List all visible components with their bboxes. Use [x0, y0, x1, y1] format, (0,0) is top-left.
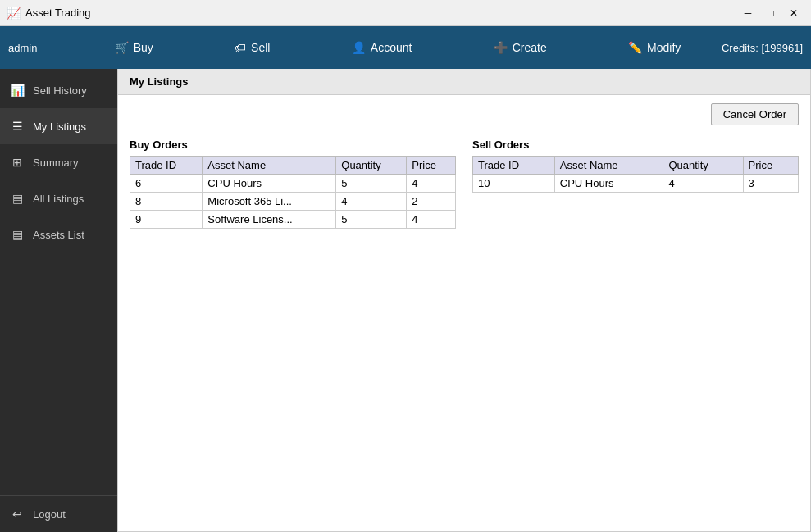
sidebar-label-assets-list: Assets List [33, 229, 84, 241]
plus-circle-icon: ➕ [494, 41, 508, 54]
cell-price: 4 [407, 211, 456, 229]
cell-price: 2 [407, 193, 456, 211]
table-row[interactable]: 9 Software Licens... 5 4 [130, 211, 456, 229]
cell-quantity: 5 [336, 175, 407, 193]
window-controls: ─ □ ✕ [737, 5, 804, 21]
cell-asset-name: CPU Hours [203, 175, 336, 193]
cell-trade-id: 6 [130, 175, 203, 193]
cell-price: 3 [743, 175, 798, 193]
tag-icon: 🏷 [235, 41, 246, 54]
sidebar-item-all-listings[interactable]: ▤ All Listings [0, 180, 117, 216]
nav-create[interactable]: ➕ Create [484, 36, 557, 59]
close-button[interactable]: ✕ [783, 5, 804, 21]
buy-orders-title: Buy Orders [130, 139, 456, 151]
logout-label: Logout [33, 508, 66, 521]
title-bar: 📈 Asset Trading ─ □ ✕ [0, 0, 811, 26]
app-icon: 📈 [7, 7, 21, 20]
sidebar-item-assets-list[interactable]: ▤ Assets List [0, 216, 117, 252]
list-icon: ☰ [10, 120, 25, 133]
cell-asset-name: Software Licens... [203, 211, 336, 229]
logout-button[interactable]: ↩ Logout [0, 495, 117, 532]
minimize-button[interactable]: ─ [737, 5, 759, 21]
nav-buy[interactable]: 🛒 Buy [105, 36, 163, 59]
cell-asset-name: CPU Hours [554, 175, 663, 193]
buy-col-trade-id: Trade ID [130, 157, 203, 175]
table-row[interactable]: 8 Microsoft 365 Li... 4 2 [130, 193, 456, 211]
cell-trade-id: 10 [473, 175, 555, 193]
cell-quantity: 4 [336, 193, 407, 211]
nav-modify[interactable]: ✏️ Modify [618, 36, 690, 59]
sell-col-trade-id: Trade ID [473, 157, 555, 175]
sidebar-label-sell-history: Sell History [33, 84, 87, 97]
admin-label: admin [8, 42, 57, 54]
nav-modify-label: Modify [647, 41, 681, 54]
sell-orders-section: Sell Orders Trade ID Asset Name Quantity… [472, 139, 799, 229]
app-body: 📊 Sell History ☰ My Listings ⊞ Summary ▤… [0, 69, 811, 532]
cell-quantity: 5 [336, 211, 407, 229]
maximize-button[interactable]: □ [760, 5, 781, 21]
nav-buy-label: Buy [134, 41, 153, 54]
sell-col-quantity: Quantity [663, 157, 743, 175]
sidebar-item-my-listings[interactable]: ☰ My Listings [0, 108, 117, 144]
page-title: My Listings [118, 69, 810, 95]
table-icon: ▤ [10, 192, 25, 205]
buy-orders-table: Trade ID Asset Name Quantity Price 6 CPU… [130, 156, 456, 229]
nav-sell-label: Sell [251, 41, 270, 54]
content-area: Cancel Order Buy Orders Trade ID Asset N… [118, 95, 810, 531]
sell-col-asset-name: Asset Name [554, 157, 663, 175]
sell-col-price: Price [743, 157, 798, 175]
sell-orders-table: Trade ID Asset Name Quantity Price 10 CP… [472, 156, 799, 193]
sidebar: 📊 Sell History ☰ My Listings ⊞ Summary ▤… [0, 69, 117, 532]
sell-orders-title: Sell Orders [472, 139, 799, 151]
sidebar-label-summary: Summary [33, 157, 79, 169]
bar-chart-icon: 📊 [10, 84, 25, 97]
cancel-order-button[interactable]: Cancel Order [711, 103, 799, 125]
account-icon: 👤 [352, 41, 366, 54]
credits-display: Credits: [199961] [722, 42, 803, 54]
nav-create-label: Create [513, 41, 547, 54]
sidebar-item-summary[interactable]: ⊞ Summary [0, 144, 117, 180]
sidebar-item-sell-history[interactable]: 📊 Sell History [0, 72, 117, 108]
table-row[interactable]: 10 CPU Hours 4 3 [473, 175, 799, 193]
cell-trade-id: 9 [130, 211, 203, 229]
cancel-btn-row: Cancel Order [130, 103, 799, 125]
sidebar-label-my-listings: My Listings [33, 120, 86, 133]
assets-icon: ▤ [10, 228, 25, 241]
logout-icon: ↩ [10, 507, 25, 521]
cell-trade-id: 8 [130, 193, 203, 211]
cell-quantity: 4 [663, 175, 743, 193]
tables-row: Buy Orders Trade ID Asset Name Quantity … [130, 139, 799, 229]
cell-price: 4 [407, 175, 456, 193]
nav-account-label: Account [371, 41, 412, 54]
buy-orders-section: Buy Orders Trade ID Asset Name Quantity … [130, 139, 456, 229]
cart-icon: 🛒 [115, 41, 129, 54]
nav-menu: 🛒 Buy 🏷 Sell 👤 Account ➕ Create ✏️ Modif… [74, 36, 722, 59]
nav-sell[interactable]: 🏷 Sell [225, 36, 280, 59]
sidebar-label-all-listings: All Listings [33, 193, 84, 205]
top-nav: admin 🛒 Buy 🏷 Sell 👤 Account ➕ Create ✏️… [0, 26, 811, 69]
buy-orders-header-row: Trade ID Asset Name Quantity Price [130, 157, 456, 175]
buy-col-quantity: Quantity [336, 157, 407, 175]
grid-icon: ⊞ [10, 156, 25, 169]
table-row[interactable]: 6 CPU Hours 5 4 [130, 175, 456, 193]
app-title: Asset Trading [25, 7, 737, 19]
cell-asset-name: Microsoft 365 Li... [203, 193, 336, 211]
buy-col-price: Price [407, 157, 456, 175]
main-content: My Listings Cancel Order Buy Orders Trad… [117, 69, 811, 532]
sell-orders-header-row: Trade ID Asset Name Quantity Price [473, 157, 799, 175]
edit-icon: ✏️ [628, 41, 642, 54]
nav-account[interactable]: 👤 Account [342, 36, 422, 59]
buy-col-asset-name: Asset Name [203, 157, 336, 175]
